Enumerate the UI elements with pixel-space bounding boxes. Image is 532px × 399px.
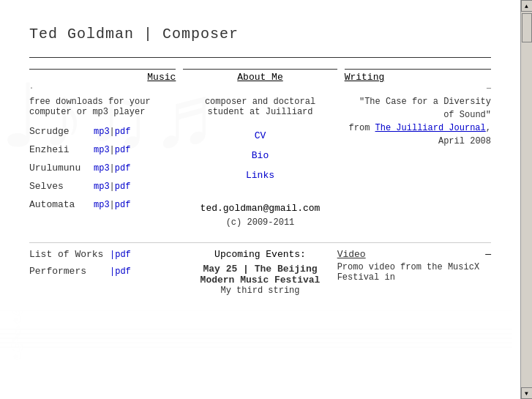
event-desc: My third string — [183, 286, 337, 296]
about-column: composer and doctoral student at Juillia… — [183, 95, 337, 228]
video-desc: Promo video from the MusicX Festival in — [337, 262, 491, 283]
writing-column: "The Case for a Diversity of Sound" from… — [337, 95, 491, 228]
performers-item: Performers |pdf — [29, 266, 183, 277]
urulumunu-mp3-link[interactable]: mp3 — [94, 163, 110, 174]
music-description: free downloads for your computer or mp3 … — [29, 97, 176, 117]
scroll-thumb[interactable] — [522, 13, 532, 42]
title-section: Ted Goldman | Composer — [29, 15, 491, 58]
music-column: free downloads for your computer or mp3 … — [29, 95, 183, 228]
video-label[interactable]: Video — [337, 249, 366, 260]
scroll-down-btn[interactable]: ▼ — [521, 387, 533, 399]
scrollbar[interactable]: ▲ ▼ — [520, 0, 532, 399]
enzheii-mp3-link[interactable]: mp3 — [94, 145, 110, 155]
list-of-works-label: List of Works — [29, 249, 110, 260]
automata-mp3-link[interactable]: mp3 — [94, 200, 110, 210]
nav-music[interactable]: Music — [147, 72, 176, 83]
enzheii-pdf-link[interactable]: pdf — [115, 145, 131, 155]
writing-quote: "The Case for a Diversity of Sound" — [359, 97, 491, 120]
music-name-automata: Automata — [29, 199, 88, 210]
nav-about[interactable]: About Me — [237, 72, 282, 83]
upcoming-label: Upcoming Events: — [183, 249, 337, 260]
bio-link[interactable]: Bio — [190, 150, 329, 161]
music-name-urulumunu: Urulumunu — [29, 163, 88, 174]
automata-pdf-link[interactable]: pdf — [115, 200, 131, 210]
music-item-urulumunu: Urulumunu mp3 | pdf — [29, 163, 176, 174]
about-description: composer and doctoral student at Juillia… — [190, 97, 329, 117]
event-title: May 25 | The Beijing Modern Music Festiv… — [183, 264, 337, 286]
list-of-works-item: List of Works |pdf — [29, 249, 183, 260]
bottom-section: List of Works |pdf Performers |pdf Upcom… — [29, 242, 491, 296]
music-item-enzheii: Enzheii mp3 | pdf — [29, 144, 176, 155]
nav-bar: Music About Me Writing · — — [29, 69, 491, 92]
bottom-right: Video — Promo video from the MusicX Fest… — [337, 249, 491, 296]
links-link[interactable]: Links — [190, 170, 329, 181]
cv-link[interactable]: CV — [190, 130, 329, 141]
music-name-scrudge: Scrudge — [29, 126, 88, 137]
writing-text: "The Case for a Diversity of Sound" from… — [345, 95, 491, 148]
writing-from: from — [349, 123, 370, 133]
juilliard-journal-link[interactable]: The Juilliard Journal — [375, 123, 486, 133]
list-of-works-pdf-link[interactable]: |pdf — [110, 250, 131, 260]
sep1: | — [110, 127, 115, 137]
music-item-scrudge: Scrudge mp3 | pdf — [29, 126, 176, 137]
music-name-selves: Selves — [29, 181, 88, 192]
music-item-automata: Automata mp3 | pdf — [29, 199, 176, 210]
event-date: May 25 — [203, 264, 237, 275]
selves-pdf-link[interactable]: pdf — [115, 182, 131, 192]
copyright: (c) 2009-2011 — [190, 217, 329, 228]
writing-comma: , — [486, 123, 491, 133]
selves-mp3-link[interactable]: mp3 — [94, 182, 110, 192]
sep2: | — [110, 145, 115, 155]
sep5: | — [110, 200, 115, 210]
nav-writing[interactable]: Writing — [345, 72, 385, 83]
svg-text:𝄞: 𝄞 — [7, 325, 25, 360]
scroll-up-btn[interactable]: ▲ — [521, 0, 533, 12]
music-name-enzheii: Enzheii — [29, 144, 88, 155]
writing-date: April 2008 — [438, 136, 491, 146]
video-dash: — — [485, 249, 491, 260]
sep4: | — [110, 182, 115, 192]
site-title: Ted Goldman | Composer — [29, 26, 491, 42]
email: ted.goldman@gmail.com — [190, 203, 329, 214]
performers-pdf-link[interactable]: |pdf — [110, 266, 131, 277]
performers-label: Performers — [29, 266, 110, 277]
urulumunu-pdf-link[interactable]: pdf — [115, 163, 131, 174]
bottom-grid: List of Works |pdf Performers |pdf Upcom… — [29, 249, 491, 296]
scrudge-pdf-link[interactable]: pdf — [115, 127, 131, 137]
bottom-left: List of Works |pdf Performers |pdf — [29, 249, 183, 296]
event-sep: | — [237, 264, 254, 275]
bottom-center: Upcoming Events: May 25 | The Beijing Mo… — [183, 249, 337, 296]
sep3: | — [110, 163, 115, 174]
music-item-selves: Selves mp3 | pdf — [29, 181, 176, 192]
main-content: free downloads for your computer or mp3 … — [29, 95, 491, 228]
scrudge-mp3-link[interactable]: mp3 — [94, 127, 110, 137]
